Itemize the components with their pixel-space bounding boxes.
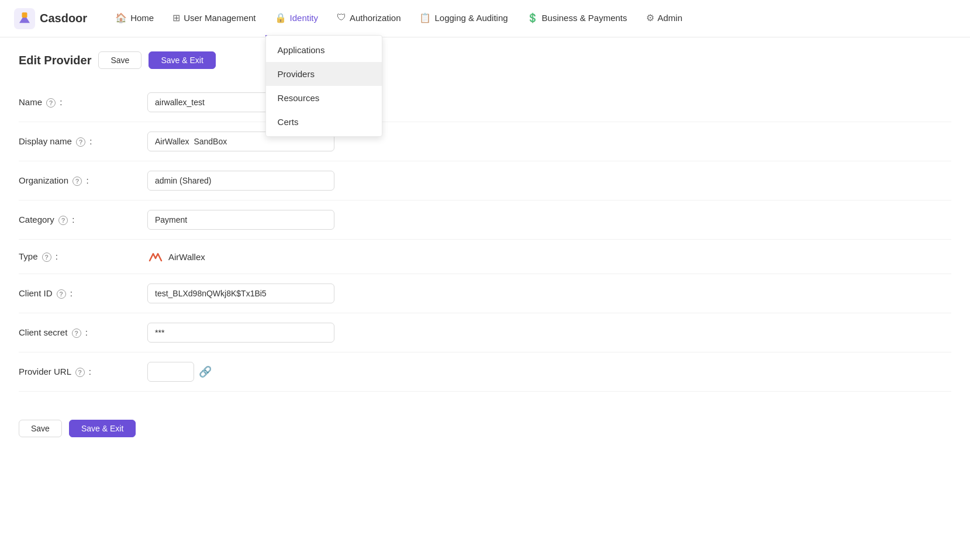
save-exit-button-bottom[interactable]: Save & Exit [69,420,136,437]
footer-actions: Save Save & Exit [19,410,951,437]
nav-item-user-management-label: User Management [184,13,256,23]
form-value-organization [147,161,951,201]
admin-icon: ⚙ [646,12,654,23]
form-row-client-id: Client ID ? : [19,274,951,313]
authorization-icon: 🛡 [337,12,346,23]
identity-icon: 🔒 [275,12,286,23]
nav-item-identity[interactable]: 🔒 Identity Applications Providers Resour… [265,0,327,37]
help-icon-name[interactable]: ? [46,98,56,108]
nav-item-authorization[interactable]: 🛡 Authorization [327,0,410,37]
dropdown-item-certs[interactable]: Certs [266,110,382,134]
link-icon: 🔗 [199,365,212,378]
form-label-display-name: Display name ? : [19,122,147,161]
nav-item-user-management[interactable]: ⊞ User Management [163,0,265,37]
form-row-organization: Organization ? : [19,161,951,201]
nav-item-authorization-label: Authorization [350,13,401,23]
form-row-display-name: Display name ? : [19,122,951,161]
form-value-type: AirWallex [147,240,951,274]
organization-input[interactable] [147,171,334,191]
form-value-provider-url: 🔗 [147,352,951,392]
help-icon-client-id[interactable]: ? [57,289,66,299]
form-row-provider-url: Provider URL ? : 🔗 [19,352,951,392]
save-button-top[interactable]: Save [98,51,141,69]
page-header: Edit Provider Save Save & Exit [19,51,951,69]
dropdown-item-providers[interactable]: Providers [266,62,382,86]
form-value-client-id [147,274,951,313]
page-title: Edit Provider [19,54,91,67]
dropdown-item-applications[interactable]: Applications [266,38,382,62]
form-label-client-secret: Client secret ? : [19,313,147,352]
form-row-type: Type ? : AirWallex [19,240,951,274]
logging-icon: 📋 [419,12,431,23]
nav-item-home[interactable]: 🏠 Home [106,0,163,37]
form-row-name: Name ? : [19,83,951,122]
nav-item-home-label: Home [130,13,154,23]
form-table: Name ? : Display name ? : [19,83,951,392]
svg-rect-1 [22,12,27,18]
help-icon-display-name[interactable]: ? [76,137,85,147]
form-value-category [147,201,951,240]
save-exit-button-top[interactable]: Save & Exit [149,51,215,69]
nav-item-admin-label: Admin [658,13,683,23]
nav-item-business[interactable]: 💲 Business & Payments [517,0,637,37]
help-icon-type[interactable]: ? [42,253,51,262]
home-icon: 🏠 [115,12,127,23]
form-label-type: Type ? : [19,240,147,274]
nav-items: 🏠 Home ⊞ User Management 🔒 Identity Appl… [106,0,692,37]
user-management-icon: ⊞ [172,12,180,23]
airwallex-logo-icon [147,250,164,263]
identity-dropdown: Applications Providers Resources Certs [265,35,382,137]
nav-item-logging[interactable]: 📋 Logging & Auditing [410,0,517,37]
nav-item-business-label: Business & Payments [542,13,627,23]
save-button-bottom[interactable]: Save [19,420,62,437]
type-label: AirWallex [168,252,205,262]
navbar: Casdoor 🏠 Home ⊞ User Management 🔒 Ident… [0,0,970,37]
client-secret-input[interactable] [147,323,334,343]
provider-url-input[interactable] [147,362,194,382]
form-label-category: Category ? : [19,201,147,240]
help-icon-organization[interactable]: ? [73,177,82,186]
type-display: AirWallex [147,250,951,263]
help-icon-provider-url[interactable]: ? [75,368,85,377]
help-icon-category[interactable]: ? [58,216,68,225]
logo[interactable]: Casdoor [14,8,87,29]
form-row-category: Category ? : [19,201,951,240]
nav-item-admin[interactable]: ⚙ Admin [637,0,692,37]
logo-icon [14,8,35,29]
form-label-name: Name ? : [19,83,147,122]
logo-text: Casdoor [40,12,87,25]
business-icon: 💲 [527,12,538,23]
nav-item-identity-label: Identity [290,13,318,23]
form-label-organization: Organization ? : [19,161,147,201]
content-area: Edit Provider Save Save & Exit Name ? : … [0,37,970,560]
form-value-client-secret [147,313,951,352]
form-row-client-secret: Client secret ? : [19,313,951,352]
category-input[interactable] [147,210,334,230]
form-label-provider-url: Provider URL ? : [19,352,147,392]
nav-item-logging-label: Logging & Auditing [434,13,508,23]
client-id-input[interactable] [147,284,334,303]
dropdown-item-resources[interactable]: Resources [266,86,382,110]
help-icon-client-secret[interactable]: ? [72,329,81,338]
form-label-client-id: Client ID ? : [19,274,147,313]
